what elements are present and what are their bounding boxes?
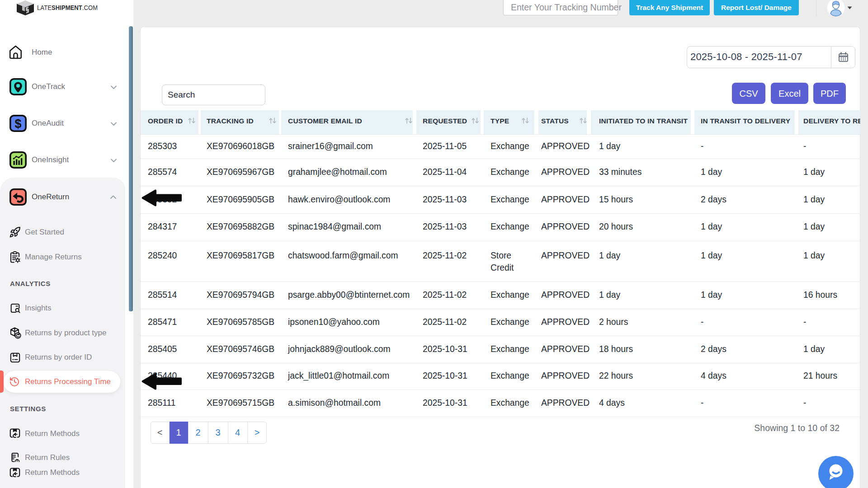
svg-text:$: $ (14, 117, 21, 131)
